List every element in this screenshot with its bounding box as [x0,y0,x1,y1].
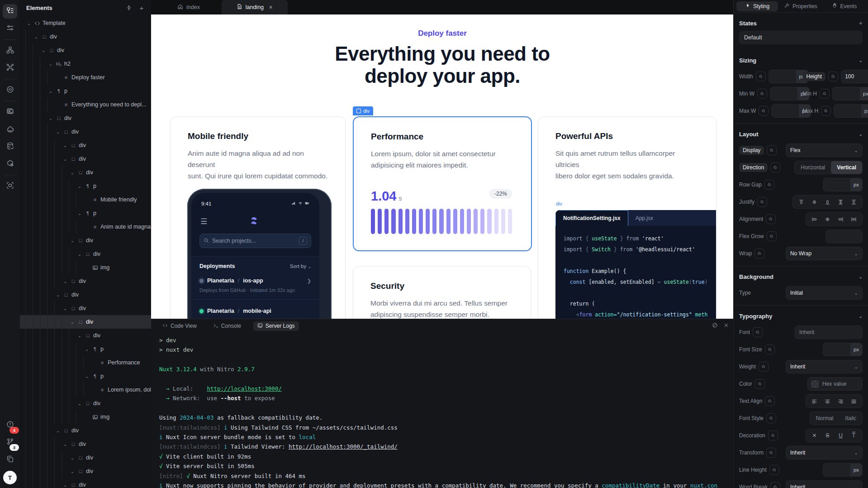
decoration-underline-button[interactable]: U [834,431,847,440]
chevron-down-icon[interactable]: ⌄ [33,34,40,39]
plug-connect-icon[interactable] [766,413,776,423]
align-left-button[interactable] [808,214,821,224]
rail-item-cloud-deploy[interactable] [3,122,17,137]
chevron-down-icon[interactable]: ⌄ [83,374,90,379]
plug-connect-icon[interactable] [755,379,765,389]
unit-input[interactable]: px [834,104,868,118]
tree-node-div[interactable]: ⌄□div [20,315,151,329]
justify-between-button[interactable] [834,197,847,207]
segment-italic[interactable]: Italic [839,412,862,425]
tree-node-div[interactable]: ⌄□div [20,464,151,478]
rail-item-elements-tree[interactable] [3,4,17,19]
card-security[interactable]: Security Morbi viverra dui mi arcu sed. … [353,266,531,319]
tree-node-div[interactable]: ⌄□div [20,152,151,166]
decoration-overline-button[interactable]: T [847,431,860,440]
state-default[interactable]: Default [739,31,863,44]
plug-connect-icon[interactable] [828,72,838,81]
sort-by-dropdown[interactable]: Sort by ⌄ [290,263,311,269]
close-console-icon[interactable] [723,322,729,330]
add-state-button[interactable]: + [859,19,863,27]
page-tab-landing[interactable]: landing✕ [222,0,288,14]
chevron-down-icon[interactable]: ⌄ [859,132,863,137]
align-stretch-button[interactable] [847,214,860,224]
page-tab-index[interactable]: index [156,0,222,14]
inspector-tab-styling[interactable]: Styling [736,1,778,11]
inspector-tab-events[interactable]: Events [824,1,865,11]
plug-connect-icon[interactable] [820,89,830,99]
ta-center-button[interactable] [821,396,834,406]
rail-item-hierarchy[interactable] [3,43,17,58]
text-input[interactable] [795,325,863,339]
tree-text-node[interactable]: ≡Anim aute id magna... [20,220,151,234]
rail-item-node-graph[interactable] [3,61,17,75]
chevron-down-icon[interactable]: ⌄ [54,129,62,134]
tree-node-div[interactable]: ⌄□div [20,301,151,315]
deployment-item[interactable]: Planetaria/mobile-api [199,308,311,314]
dropdown[interactable]: Initial⌄ [786,286,863,300]
tree-text-node[interactable]: ≡Lorem ipsum, dolor ... [20,383,151,397]
chevron-down-icon[interactable]: ⌄ [47,89,54,94]
tree-node-div[interactable]: ⌄□div [20,274,151,288]
text-input[interactable] [825,230,863,243]
unit-input[interactable]: px [823,178,863,191]
console-tab-server-logs[interactable]: Server Logs [253,321,299,331]
card-performance[interactable]: Performance Lorem ipsum, dolor sit amet … [353,116,532,251]
tree-node-img[interactable]: img [20,261,151,274]
plug-connect-icon[interactable] [757,89,767,99]
dropdown[interactable]: No Wrap⌄ [786,247,863,260]
chevron-down-icon[interactable]: ⌄ [859,58,863,63]
chevron-down-icon[interactable]: ⌄ [62,157,69,162]
dropdown[interactable]: Inherit⌄ [786,446,863,459]
plug-connect-icon[interactable] [756,72,766,81]
plug-connect-icon[interactable] [759,106,768,116]
card-mobile-friendly[interactable]: Mobile friendly Anim aute id magna aliqu… [170,116,346,319]
unit-input[interactable]: px [823,463,863,477]
plug-connect-icon[interactable] [765,396,775,406]
align-center-button[interactable] [821,214,834,224]
chevron-down-icon[interactable]: ⌄ [859,314,863,319]
justify-stretch-button[interactable] [847,197,860,207]
terminal-output[interactable]: > dev> nuxt dev Nuxt 3.12.4 with Nitro 2… [151,332,734,488]
decoration-x-button[interactable]: ✕ [808,431,821,440]
justify-bottom-button[interactable] [821,197,834,207]
tree-node-div[interactable]: ⌄□div [20,30,151,43]
rail-item-package-settings[interactable] [3,157,17,171]
plug-connect-icon[interactable] [764,180,774,190]
unit-input[interactable]: px [768,70,808,83]
chevron-down-icon[interactable]: ⌄ [62,143,69,148]
tree-text-node[interactable]: ≡Deploy faster [20,71,151,84]
chevron-down-icon[interactable]: ⌄ [47,116,54,121]
segment-horizontal[interactable]: Horizontal [795,161,831,174]
chevron-down-icon[interactable]: ⌄ [69,238,76,243]
rail-item-database[interactable] [3,139,17,154]
tree-text-node[interactable]: ≡Mobile friendly [20,193,151,206]
justify-center-button[interactable] [808,197,821,207]
chevron-down-icon[interactable]: ⌄ [69,455,76,460]
chevron-down-icon[interactable]: ⌄ [69,469,76,474]
tree-node-div[interactable]: ⌄□div [20,288,151,301]
ta-left-button[interactable] [808,396,821,406]
dropdown[interactable]: Flex⌄ [786,144,863,157]
tree-node-div[interactable]: ⌄□div [20,247,151,261]
tree-node-h2[interactable]: ⌄H₂h2 [20,57,151,71]
plug-connect-icon[interactable] [767,231,777,241]
tree-text-node[interactable]: ≡Everything you need to depl... [20,98,151,111]
chevron-down-icon[interactable]: ⌄ [62,483,69,488]
chevron-down-icon[interactable]: ⌄ [69,320,76,325]
tree-text-node[interactable]: ≡Performance [20,356,151,369]
chevron-down-icon[interactable]: ⌄ [76,401,83,406]
editor-tab-NotificationSetting.jsx[interactable]: NotificationSetting.jsx [555,210,628,226]
rail-item-image-library[interactable] [3,105,17,120]
deployment-item[interactable]: Planetaria/ios-app❯Deploys from GitHub ·… [199,277,311,300]
chevron-down-icon[interactable]: ⌄ [40,48,47,53]
unit-input[interactable]: px [823,343,863,356]
chevron-down-icon[interactable]: ⌄ [62,306,69,311]
decoration-strike-button[interactable]: S [821,431,834,440]
tree-node-div[interactable]: ⌄□div [20,424,151,437]
chevron-down-icon[interactable]: ⌄ [859,274,863,279]
editor-tab-App.jsx[interactable]: App.jsx [628,210,660,226]
chevron-down-icon[interactable]: ⌄ [47,62,54,67]
plug-connect-icon[interactable] [753,327,763,337]
segment-normal[interactable]: Normal [810,412,840,425]
unit-input[interactable]: % [841,70,868,83]
